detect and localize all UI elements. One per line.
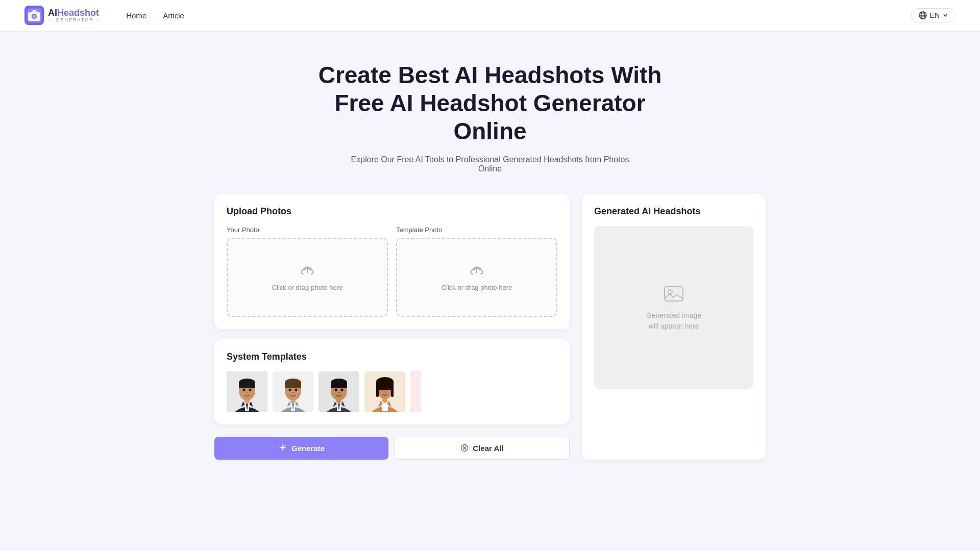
template-1[interactable] — [227, 371, 267, 412]
template-5[interactable] — [410, 371, 421, 412]
svg-point-21 — [249, 388, 252, 391]
svg-point-22 — [246, 392, 248, 393]
svg-point-35 — [295, 388, 298, 391]
svg-point-50 — [338, 392, 340, 393]
image-placeholder-icon — [664, 284, 684, 304]
svg-point-65 — [384, 391, 386, 392]
hero-title: Create Best AI Headshots With Free AI He… — [311, 61, 669, 146]
generated-placeholder-text: Generated imagewill appear here — [646, 310, 701, 332]
template-photo-dropzone[interactable]: Click or drag photo here — [396, 238, 557, 317]
right-panel: Generated AI Headshots Generated imagewi… — [582, 194, 766, 460]
template-photo-column: Template Photo Click or drag photo here — [396, 226, 557, 317]
nav-article[interactable]: Article — [163, 11, 184, 20]
svg-point-75 — [668, 290, 672, 294]
nav-home[interactable]: Home — [126, 11, 146, 20]
svg-point-20 — [243, 388, 246, 391]
svg-point-63 — [381, 387, 383, 390]
generated-area: Generated imagewill appear here — [594, 226, 753, 389]
clear-all-button[interactable]: Clear All — [395, 437, 570, 460]
language-selector[interactable]: EN — [911, 8, 955, 22]
hero-section: Create Best AI Headshots With Free AI He… — [0, 31, 980, 194]
svg-rect-60 — [376, 382, 394, 390]
svg-point-49 — [341, 388, 344, 391]
your-photo-text: Click or drag photo here — [272, 283, 343, 292]
generate-icon — [278, 443, 287, 453]
navbar: AIHeadshot — GENERATOR — Home Article EN — [0, 0, 980, 31]
templates-card-title: System Templates — [227, 352, 557, 362]
svg-point-36 — [292, 392, 294, 393]
templates-card: System Templates — [214, 339, 570, 424]
logo-icon — [24, 6, 44, 25]
template-photo-label: Template Photo — [396, 226, 557, 234]
svg-rect-47 — [331, 383, 347, 388]
svg-point-5 — [33, 15, 36, 18]
language-label: EN — [930, 11, 940, 19]
your-photo-label: Your Photo — [227, 226, 388, 234]
your-photo-dropzone[interactable]: Click or drag photo here — [227, 238, 388, 317]
clear-label: Clear All — [473, 444, 503, 453]
templates-row — [227, 371, 557, 412]
nav-links: Home Article — [126, 11, 911, 20]
logo[interactable]: AIHeadshot — GENERATOR — — [24, 6, 102, 25]
svg-rect-69 — [410, 371, 421, 412]
template-4[interactable] — [364, 371, 405, 412]
svg-point-48 — [335, 388, 337, 391]
template-3[interactable] — [318, 371, 359, 412]
upload-row: Your Photo Click or drag photo here Temp… — [227, 226, 557, 317]
upload-icon-2 — [469, 262, 485, 278]
globe-icon — [919, 11, 927, 19]
generated-card: Generated AI Headshots Generated imagewi… — [582, 194, 766, 460]
upload-card: Upload Photos Your Photo Click or drag p… — [214, 194, 570, 329]
svg-point-34 — [289, 388, 291, 391]
chevron-down-icon — [943, 13, 948, 18]
your-photo-column: Your Photo Click or drag photo here — [227, 226, 388, 317]
svg-rect-74 — [665, 287, 683, 301]
hero-subtitle: Explore Our Free AI Tools to Professiona… — [350, 155, 630, 173]
template-2[interactable] — [273, 371, 313, 412]
template-photo-text: Click or drag photo here — [442, 283, 512, 292]
upload-icon-1 — [299, 262, 315, 278]
svg-point-64 — [387, 387, 389, 390]
generated-card-title: Generated AI Headshots — [594, 206, 753, 217]
generate-label: Generate — [291, 444, 325, 453]
svg-rect-62 — [391, 387, 394, 397]
svg-rect-19 — [239, 383, 255, 388]
main-content: Upload Photos Your Photo Click or drag p… — [204, 194, 776, 490]
left-panel: Upload Photos Your Photo Click or drag p… — [214, 194, 570, 460]
generate-button[interactable]: Generate — [214, 437, 388, 460]
svg-rect-33 — [285, 383, 301, 388]
clear-icon — [460, 444, 469, 452]
upload-card-title: Upload Photos — [227, 206, 557, 217]
action-buttons: Generate Clear All — [214, 437, 570, 460]
svg-rect-61 — [376, 387, 379, 397]
